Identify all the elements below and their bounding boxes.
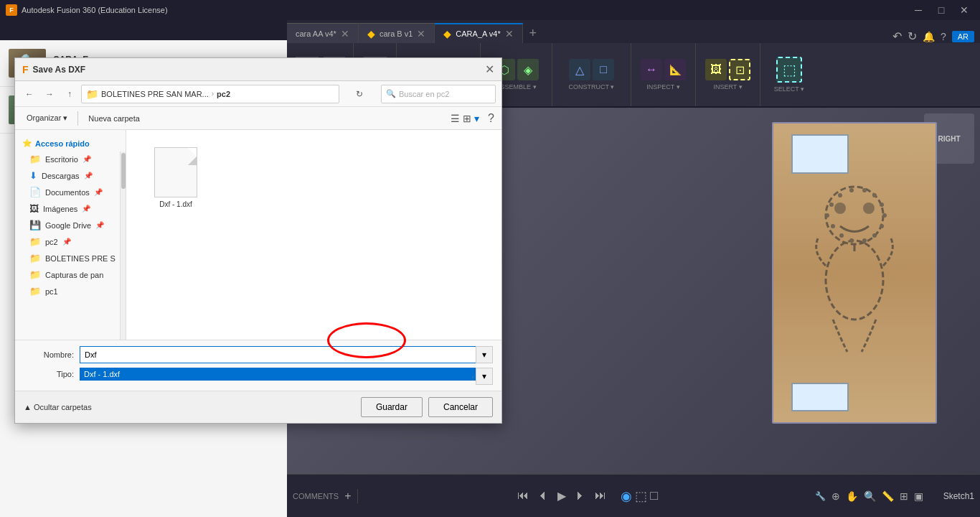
svg-point-7 xyxy=(838,193,842,197)
3d-model xyxy=(772,122,937,424)
left-panel-header xyxy=(0,20,287,40)
tab-label: cara AA v4* xyxy=(296,29,336,38)
zoom-tool[interactable]: 🔍 xyxy=(864,490,876,502)
help-icon[interactable]: ? xyxy=(941,31,946,42)
tab-cara-aa[interactable]: cara AA v4* ✕ xyxy=(287,23,359,43)
cancel-button[interactable]: Cancelar xyxy=(428,397,493,417)
pan-tool[interactable]: ✋ xyxy=(846,490,858,502)
sidebar-item-descargas[interactable]: ⬇ Descargas 📌 xyxy=(15,167,126,184)
file-grid: Dxf - 1.dxf xyxy=(126,130,501,340)
new-folder-label: Nueva carpeta xyxy=(88,114,140,123)
view-sketch-button[interactable]: □ xyxy=(650,488,658,504)
ribbon-icon-inspect2[interactable]: 📐 xyxy=(664,59,686,80)
tab-cara-b[interactable]: ◆ cara B v1 ✕ xyxy=(359,23,435,43)
type-dropdown-suggestion[interactable]: Dxf - 1.dxf xyxy=(80,368,493,381)
nav-up-button[interactable]: ↑ xyxy=(61,85,78,103)
pin-icon: 📌 xyxy=(94,188,103,196)
ribbon-icon-insert2[interactable]: ⊡ xyxy=(729,59,750,80)
tab-close-icon[interactable]: ✕ xyxy=(341,28,349,39)
nav-back-button[interactable]: ← xyxy=(21,85,38,103)
organize-button[interactable]: Organizar ▾ xyxy=(22,112,72,124)
user-badge[interactable]: AR xyxy=(952,31,974,42)
nav-tools[interactable]: ⊕ xyxy=(831,490,840,502)
model-bottom-screen xyxy=(791,383,849,411)
nav-back-icon[interactable]: ↶ xyxy=(892,29,902,43)
svg-point-13 xyxy=(880,224,884,228)
save-button[interactable]: Guardar xyxy=(361,397,423,417)
ribbon-icon-construct2[interactable]: □ xyxy=(593,59,614,80)
add-comment-button[interactable]: + xyxy=(344,490,351,503)
title-bar: F Autodesk Fusion 360 (Education License… xyxy=(0,0,980,20)
ribbon-icon-select[interactable]: ⬚ xyxy=(776,57,802,83)
play-start-button[interactable]: ⏮ xyxy=(514,488,532,504)
type-dropdown-arrow[interactable]: ▾ xyxy=(476,368,493,385)
svg-point-14 xyxy=(872,233,877,238)
display-tool[interactable]: ▣ xyxy=(914,490,923,502)
ribbon-icon-construct1[interactable]: △ xyxy=(569,59,590,80)
play-next-button[interactable]: ⏵ xyxy=(572,488,589,504)
minimize-button[interactable]: ─ xyxy=(908,0,928,20)
file-item-dxf1[interactable]: Dxf - 1.dxf xyxy=(143,147,208,208)
sidebar-item-pc1[interactable]: 📁 pc1 xyxy=(15,283,126,299)
svg-point-18 xyxy=(831,224,835,228)
view-grid-button[interactable]: ⬚ xyxy=(635,488,647,504)
notifications-icon[interactable]: 🔔 xyxy=(923,31,935,42)
ribbon-section-label[interactable]: INSERT ▾ xyxy=(713,83,742,90)
sidebar-item-pc2[interactable]: 📁 pc2 📌 xyxy=(15,233,126,250)
nav-refresh-button[interactable]: ↻ xyxy=(351,85,368,103)
search-box: 🔍 Buscar en pc2 xyxy=(381,85,496,103)
play-end-button[interactable]: ⏭ xyxy=(592,488,609,504)
tab-cara-a[interactable]: ◆ CARA_A v4* ✕ xyxy=(435,23,522,43)
scrollbar-thumb[interactable] xyxy=(121,153,126,189)
ribbon-icon-insert1[interactable]: 🖼 xyxy=(705,59,727,80)
view-tools-right[interactable]: 🔧 xyxy=(815,491,826,501)
tab-close-icon[interactable]: ✕ xyxy=(505,28,514,39)
type-label: Tipo: xyxy=(24,370,74,378)
svg-point-3 xyxy=(826,241,883,320)
sidebar-item-boletines[interactable]: 📁 BOLETINES PRE S xyxy=(15,250,126,266)
resize-handle[interactable]: ⋮ xyxy=(470,375,476,381)
file-icon-dxf xyxy=(154,147,197,197)
new-tab-button[interactable]: + xyxy=(523,23,543,43)
play-prev-button[interactable]: ⏴ xyxy=(534,488,552,504)
svg-point-12 xyxy=(882,213,887,218)
play-button[interactable]: ▶ xyxy=(555,488,569,504)
maximize-button[interactable]: □ xyxy=(931,0,951,20)
name-dropdown-arrow[interactable]: ▾ xyxy=(476,346,493,363)
sidebar-item-documentos[interactable]: 📄 Documentos 📌 xyxy=(15,184,126,200)
search-icon: 🔍 xyxy=(386,89,396,98)
view-dropdown-button[interactable]: ▾ xyxy=(474,113,479,124)
file-corner xyxy=(188,148,197,165)
sidebar-item-imagenes[interactable]: 🖼 Imágenes 📌 xyxy=(15,200,126,217)
hide-folders-button[interactable]: ▲ Ocultar carpetas xyxy=(24,403,92,411)
sidebar-item-escritorio[interactable]: 📁 Escritorio 📌 xyxy=(15,151,126,167)
view-list-button[interactable]: ☰ xyxy=(451,113,460,124)
new-folder-button[interactable]: Nueva carpeta xyxy=(84,113,144,124)
tab-close-icon[interactable]: ✕ xyxy=(417,28,425,39)
ribbon-section-label[interactable]: INSPECT ▾ xyxy=(646,83,679,90)
grid-tool[interactable]: ⊞ xyxy=(900,490,908,502)
name-input[interactable] xyxy=(80,346,493,363)
nav-forward-button[interactable]: → xyxy=(41,85,58,103)
sidebar-item-google-drive[interactable]: 💾 Google Drive 📌 xyxy=(15,217,126,233)
close-button[interactable]: ✕ xyxy=(954,0,974,20)
folder-icon: 📁 xyxy=(29,236,41,247)
scrollbar-track xyxy=(120,152,126,340)
save-as-dxf-dialog: F Save As DXF ✕ ← → ↑ 📁 BOLETINES PRE SA… xyxy=(14,57,502,424)
measure-tool[interactable]: 📏 xyxy=(882,490,894,502)
ribbon-section-label[interactable]: SELECT ▾ xyxy=(774,85,804,93)
sidebar-item-capturas[interactable]: 📁 Capturas de pan xyxy=(15,266,126,283)
ribbon-icon-assemble2[interactable]: ◈ xyxy=(517,59,539,80)
ribbon-icon-inspect1[interactable]: ↔ xyxy=(641,59,662,80)
dialog-form: Nombre: ▾ Tipo: Dxf - 1.dxf ▾ ⋮ xyxy=(15,340,501,391)
help-button[interactable]: ? xyxy=(488,112,494,125)
view-cube-label: RIGHT xyxy=(938,135,960,143)
dialog-title: Save As DXF xyxy=(33,65,481,75)
quick-access-section: ⭐ Acceso rápido 📁 Escritorio 📌 ⬇ Descarg… xyxy=(15,136,126,299)
view-mode-button[interactable]: ◉ xyxy=(621,488,632,504)
model-top-screen xyxy=(791,134,849,174)
refresh-icon[interactable]: ↻ xyxy=(908,29,917,43)
view-grid-button[interactable]: ⊞ xyxy=(463,113,471,124)
ribbon-section-label[interactable]: CONSTRUCT ▾ xyxy=(569,83,615,90)
dialog-close-button[interactable]: ✕ xyxy=(485,62,494,76)
